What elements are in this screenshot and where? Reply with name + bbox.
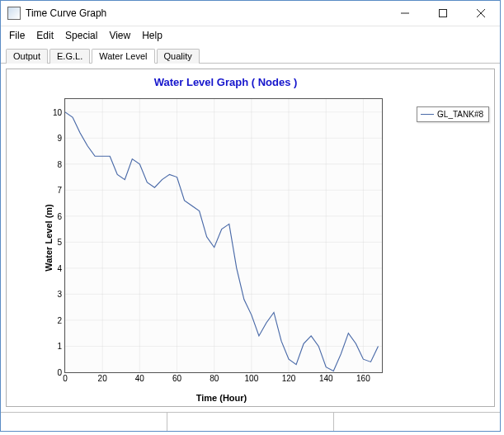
chart-frame: Water Level Graph ( Nodes ) Water Level … xyxy=(6,69,495,407)
chart-xtick: 100 xyxy=(245,372,259,383)
menu-view[interactable]: View xyxy=(109,30,130,41)
app-window: Time Curve Graph File Edit Special View … xyxy=(0,0,501,432)
menu-file[interactable]: File xyxy=(9,30,25,41)
menu-edit[interactable]: Edit xyxy=(36,30,54,41)
status-seg-1 xyxy=(1,413,167,431)
tabs: Output E.G.L. Water Level Quality xyxy=(1,45,500,64)
chart-xtick: 0 xyxy=(63,372,68,383)
window-title: Time Curve Graph xyxy=(26,7,386,19)
chart-ytick: 4 xyxy=(57,263,65,272)
chart-xtick: 80 xyxy=(210,372,219,383)
menu-help[interactable]: Help xyxy=(142,30,163,41)
chart-xtick: 120 xyxy=(282,372,296,383)
tab-output[interactable]: Output xyxy=(6,49,48,64)
app-icon xyxy=(7,7,21,20)
menu-special[interactable]: Special xyxy=(65,30,97,41)
chart-xtick: 40 xyxy=(135,372,144,383)
chart-xlabel: Time (Hour) xyxy=(56,393,387,403)
menubar: File Edit Special View Help xyxy=(1,26,500,45)
chart-plot-area: 012345678910020406080100120140160 xyxy=(64,98,383,373)
chart-title: Water Level Graph ( Nodes ) xyxy=(7,76,445,88)
tab-egl[interactable]: E.G.L. xyxy=(49,49,90,64)
chart-xtick: 140 xyxy=(319,372,333,383)
legend-label: GL_TANK#8 xyxy=(437,110,483,119)
chart-xtick: 60 xyxy=(172,372,181,383)
chart-ylabel: Water Level (m) xyxy=(44,204,54,272)
chart-xtick: 20 xyxy=(98,372,107,383)
minimize-button[interactable] xyxy=(386,1,424,26)
chart-xtick: 160 xyxy=(356,372,370,383)
maximize-button[interactable] xyxy=(424,1,462,26)
svg-rect-1 xyxy=(440,10,447,17)
status-seg-2 xyxy=(167,413,334,431)
statusbar xyxy=(1,412,500,431)
chart-ytick: 10 xyxy=(53,107,65,116)
chart-ytick: 7 xyxy=(57,186,65,195)
status-seg-3 xyxy=(334,413,500,431)
chart-ytick: 3 xyxy=(57,290,65,299)
tab-water-level[interactable]: Water Level xyxy=(92,49,154,64)
chart-ytick: 5 xyxy=(57,238,65,247)
chart-legend: GL_TANK#8 xyxy=(417,106,489,122)
chart-ytick: 1 xyxy=(57,342,65,351)
content-area: Water Level Graph ( Nodes ) Water Level … xyxy=(1,64,500,412)
chart-ytick: 2 xyxy=(57,315,65,324)
chart-ytick: 6 xyxy=(57,211,65,220)
close-button[interactable] xyxy=(462,1,500,26)
chart-ytick: 8 xyxy=(57,159,65,168)
legend-swatch xyxy=(421,114,434,115)
chart-ytick: 9 xyxy=(57,134,65,143)
titlebar: Time Curve Graph xyxy=(1,1,500,26)
tab-quality[interactable]: Quality xyxy=(157,49,200,64)
